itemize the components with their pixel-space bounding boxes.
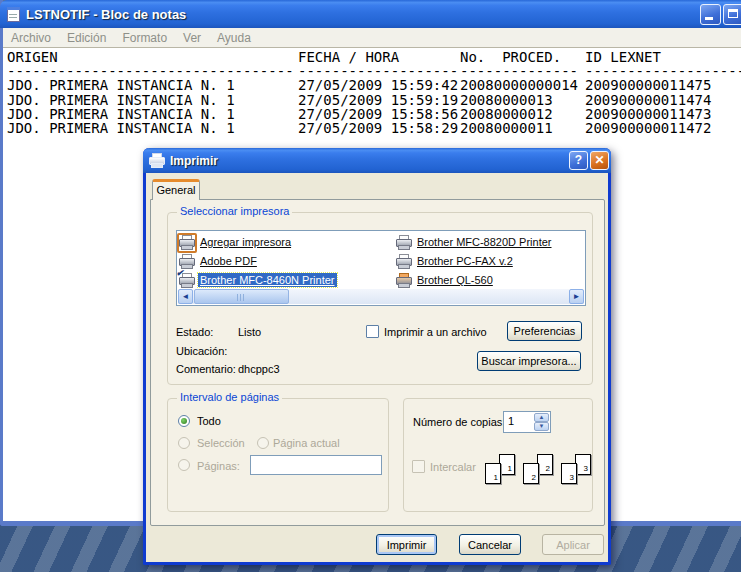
scroll-right-icon[interactable]: ► [569,289,584,304]
tab-page-general: Seleccionar impresora ◄ ► Agregar impres… [150,199,605,526]
pages-input[interactable] [250,455,382,475]
menu-item-ayuda[interactable]: Ayuda [209,31,259,45]
comment-label: Comentario: [176,363,236,375]
printer-icon [179,254,195,269]
notepad-text-column-1: FECHA / HORA ------------------- 27/05/2… [298,50,458,135]
help-icon[interactable]: ? [569,151,588,170]
find-printer-button[interactable]: Buscar impresora... [477,351,581,371]
range-selection-label: Selección [197,437,245,449]
scrollbar-thumb[interactable] [194,289,289,304]
notepad-text-column-3: ID LEXNET -------------------- 200900000… [585,50,741,135]
printer-item[interactable]: ✔Brother MFC-8460N Printer [179,271,337,289]
tab-general[interactable]: General [152,179,200,200]
range-current-page-label: Página actual [273,437,340,449]
collate-graphic: 112233 [485,454,593,494]
print-dialog: Imprimir ? ✕ General Seleccionar impreso… [143,148,611,565]
menu-item-ver[interactable]: Ver [175,31,209,45]
print-dialog-titlebar[interactable]: Imprimir ? ✕ [143,148,611,173]
printer-name: Brother PC-FAX v.2 [415,254,515,268]
range-current-page-radio[interactable] [257,437,269,449]
location-label: Ubicación: [176,345,227,357]
printer-orange-icon [396,273,412,288]
copies-group: Número de copias: 1 ▲ ▼ Intercalar 11223… [403,398,593,512]
notepad-titlebar[interactable]: LSTNOTIF - Bloc de notas [0,0,741,28]
collate-label: Intercalar [430,461,476,473]
page-range-group-label: Intervalo de páginas [177,391,282,403]
range-selection-radio[interactable] [178,437,190,449]
printer-item[interactable]: Agregar impresora [179,233,293,251]
range-pages-label: Páginas: [197,460,240,472]
notepad-title: LSTNOTIF - Bloc de notas [21,7,186,22]
notepad-menubar: ArchivoEdiciónFormatoVerAyuda [3,28,741,48]
menu-item-formato[interactable]: Formato [114,31,175,45]
menu-item-edicion[interactable]: Edición [59,31,114,45]
collate-checkbox[interactable] [412,460,425,473]
add-printer-icon [179,235,195,250]
notepad-text-column-0: ORIGEN ---------------------------------… [7,50,294,135]
collate-page-pair: 22 [523,454,553,488]
status-value: Listo [238,326,261,338]
printer-item[interactable]: Brother PC-FAX v.2 [396,252,515,270]
menu-item-archivo[interactable]: Archivo [3,31,59,45]
notepad-app-icon [5,6,21,22]
preferences-button[interactable]: Preferencias [507,321,582,341]
page-range-group: Intervalo de páginas Todo Selección Pági… [167,398,389,512]
printer-item[interactable]: Brother QL-560 [396,271,495,289]
range-pages-radio[interactable] [178,459,190,471]
printer-default-icon: ✔ [179,273,195,288]
printer-name: Brother MFC-8820D Printer [415,235,554,249]
collate-page-pair: 33 [561,454,591,488]
scroll-left-icon[interactable]: ◄ [178,289,193,304]
screen: LSTNOTIF - Bloc de notas ArchivoEdiciónF… [0,0,741,572]
printer-item[interactable]: Brother MFC-8820D Printer [396,233,554,251]
maximize-icon[interactable] [723,4,741,25]
print-button[interactable]: Imprimir [376,534,437,555]
status-label: Estado: [176,326,213,338]
minimize-icon[interactable] [700,4,721,25]
printer-icon [149,153,165,168]
apply-button[interactable]: Aplicar [542,534,604,555]
spin-up-icon[interactable]: ▲ [534,413,549,422]
cancel-button[interactable]: Cancelar [459,534,521,555]
print-dialog-title: Imprimir [165,154,218,168]
printer-icon [396,254,412,269]
printer-list[interactable]: ◄ ► Agregar impresoraAdobe PDF✔Brother M… [176,230,586,306]
printer-list-scrollbar[interactable]: ◄ ► [178,289,584,304]
copies-stepper[interactable]: 1 ▲ ▼ [503,411,551,433]
select-printer-group: Seleccionar impresora ◄ ► Agregar impres… [167,212,593,385]
copies-label: Número de copias: [413,416,505,428]
printer-icon [396,235,412,250]
notepad-text-column-2: No. PROCED. -------------- 2008000000001… [460,50,578,135]
range-all-label: Todo [197,415,221,427]
printer-name: Brother MFC-8460N Printer [198,273,337,287]
comment-value: dhcppc3 [238,363,280,375]
collate-page-pair: 11 [485,454,515,488]
select-printer-group-label: Seleccionar impresora [177,205,292,217]
printer-name: Agregar impresora [198,235,293,249]
spin-down-icon[interactable]: ▼ [534,422,549,431]
print-to-file-checkbox[interactable] [366,325,379,338]
printer-name: Brother QL-560 [415,273,495,287]
print-to-file-label: Imprimir a un archivo [384,326,487,338]
copies-value: 1 [508,415,514,427]
printer-item[interactable]: Adobe PDF [179,252,259,270]
close-icon[interactable]: ✕ [590,151,609,170]
printer-name: Adobe PDF [198,254,259,268]
range-all-radio[interactable] [178,415,190,427]
